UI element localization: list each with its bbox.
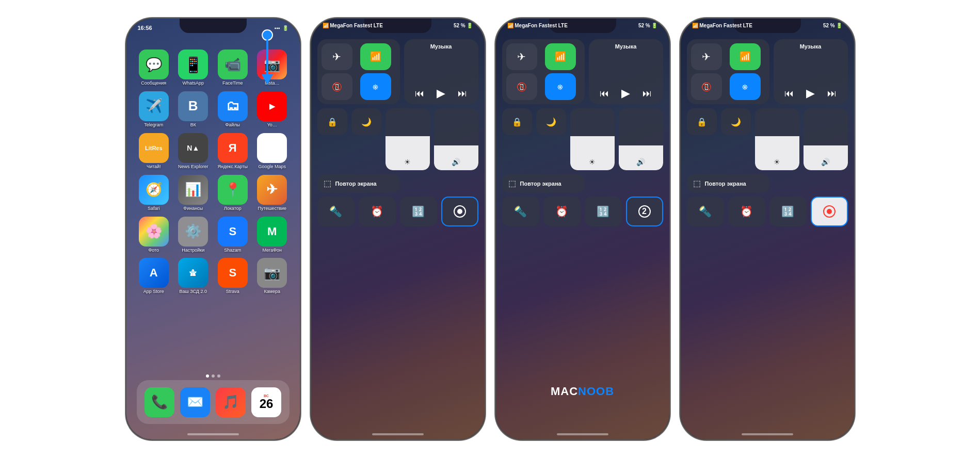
bluetooth-btn-4[interactable]: ⎈ [730,73,761,100]
mirror-label-3: Повтор экрана [520,181,561,187]
time-display: 16:56 [138,25,152,31]
wifi-btn-3[interactable]: 📶 [545,43,576,70]
app-messages[interactable]: 💬 Сообщения [137,50,171,86]
app-telegram[interactable]: ✈️ Telegram [137,91,171,128]
calculator-btn-4[interactable]: 🔢 [769,197,807,226]
screen-record-btn-4[interactable] [811,197,848,226]
volume-slider-4[interactable]: 🔊 [804,108,848,170]
volume-slider-3[interactable]: 🔊 [619,108,663,170]
app-megafon[interactable]: M МегаФон [255,217,290,253]
battery-2: 52 % 🔋 [454,23,473,28]
prev-btn-3[interactable]: ⏮ [600,88,609,99]
play-btn-4[interactable]: ▶ [806,87,815,100]
alarm-btn-3[interactable]: ⏰ [543,197,581,226]
screen-record-btn-3[interactable]: 2 [626,197,663,226]
app-news[interactable]: N▲ News Explorer [176,133,211,170]
rotation-lock-btn-2[interactable]: 🔒 [317,108,347,135]
airplane-btn-4[interactable]: ✈ [691,43,722,70]
flashlight-btn-2[interactable]: 🔦 [317,197,355,226]
do-not-disturb-btn-3[interactable]: 🌙 [536,108,566,135]
app-vas[interactable]: 🛣 Ваш ЗСД 2.0 [176,258,211,295]
app-settings[interactable]: ⚙️ Настройки [176,217,211,253]
airplane-btn-2[interactable]: ✈ [322,43,352,70]
app-locator[interactable]: 📍 Локатор [216,175,250,211]
brightness-slider-4[interactable]: ☀ [755,108,799,170]
app-vk[interactable]: В ВК [176,91,211,128]
home-indicator-4 [742,433,793,435]
flashlight-btn-4[interactable]: 🔦 [687,197,724,226]
app-files[interactable]: 🗂 Файлы [216,91,250,128]
app-litres[interactable]: LitRes Читай! [137,133,171,170]
cc-middle-2: 🔒 🌙 ☀ 🔊 [317,108,478,170]
rotation-lock-btn-3[interactable]: 🔒 [502,108,532,135]
app-strava[interactable]: S Strava [216,258,250,295]
screen-mirror-row-2: ⬚ Повтор экрана [317,174,478,192]
app-shazam[interactable]: S Shazam [216,217,250,253]
bluetooth-btn-2[interactable]: ⎈ [360,73,391,100]
app-gmaps[interactable]: 🗺 Google Maps [255,133,290,170]
app-appstore[interactable]: A App Store [137,258,171,295]
app-travel[interactable]: ✈ Путешествие [255,175,290,211]
alarm-btn-2[interactable]: ⏰ [359,197,396,226]
litres-label: Читай! [147,165,161,170]
carrier-2: 📶 MegaFon Fastest LTE [323,23,383,28]
messages-label: Сообщения [141,81,166,86]
play-btn-2[interactable]: ▶ [437,87,445,100]
app-youtube[interactable]: ▶ Yo… [255,91,290,128]
prev-btn-2[interactable]: ⏮ [415,88,424,99]
cc-status-3: 📶 MegaFon Fastest LTE 52 % 🔋 [496,23,669,28]
cc-bottom-4: 🔦 ⏰ 🔢 [687,197,848,226]
calculator-btn-3[interactable]: 🔢 [585,197,622,226]
do-not-disturb-btn-4[interactable]: 🌙 [721,108,751,135]
mirror-icon-3: ⬚ [508,178,516,188]
flashlight-btn-3[interactable]: 🔦 [502,197,539,226]
wifi-btn-4[interactable]: 📶 [730,43,761,70]
svg-point-0 [262,30,272,40]
cc-connectivity-2: ✈ 📶 📵 ⎈ [317,39,400,104]
alarm-btn-4[interactable]: ⏰ [728,197,765,226]
brightness-slider-3[interactable]: ☀ [570,108,615,170]
app-safari[interactable]: 🧭 Safari [137,175,171,211]
airplane-btn-3[interactable]: ✈ [506,43,537,70]
screen-record-btn-2[interactable] [441,197,478,226]
screen-mirror-btn-3[interactable]: ⬚ Повтор экрана [502,174,585,192]
app-whatsapp[interactable]: 📱 WhatsApp [176,50,211,86]
dot-2 [212,374,215,378]
screen-mirror-btn-4[interactable]: ⬚ Повтор экрана [687,174,769,192]
cellular-off-btn-4[interactable]: 📵 [691,73,722,100]
dock-mail[interactable]: ✉️ [180,387,210,417]
app-camera[interactable]: 📷 Камера [255,258,290,295]
next-btn-2[interactable]: ⏭ [458,88,467,99]
volume-icon-3: 🔊 [636,158,645,166]
brightness-slider-2[interactable]: ☀ [385,108,430,170]
volume-slider-2[interactable]: 🔊 [434,108,478,170]
yandex-icon: Я [218,133,248,163]
app-photos[interactable]: 🌸 Фото [137,217,171,253]
vk-label: ВК [190,123,196,128]
app-facetime[interactable]: 📹 FaceTime [216,50,250,86]
prev-btn-4[interactable]: ⏮ [784,88,794,99]
dock-music[interactable]: 🎵 [216,387,246,417]
gmaps-icon: 🗺 [257,133,287,163]
bluetooth-btn-3[interactable]: ⎈ [545,73,576,100]
rotation-lock-btn-4[interactable]: 🔒 [687,108,717,135]
do-not-disturb-btn-2[interactable]: 🌙 [351,108,381,135]
vas-icon: 🛣 [178,258,208,288]
home-indicator-2 [372,433,424,435]
screen-mirror-btn-2[interactable]: ⬚ Повтор экрана [317,174,400,192]
next-btn-4[interactable]: ⏭ [827,88,837,99]
next-btn-3[interactable]: ⏭ [642,88,652,99]
cellular-off-btn-2[interactable]: 📵 [322,73,352,100]
mirror-label-4: Повтор экрана [705,181,746,187]
wifi-btn-2[interactable]: 📶 [360,43,391,70]
dock-phone[interactable]: 📞 [144,387,174,417]
finance-icon: 📊 [178,175,208,205]
megafon-label: МегаФон [262,248,282,253]
app-finance[interactable]: 📊 Финансы [176,175,211,211]
cellular-off-btn-3[interactable]: 📵 [506,73,537,100]
app-yandex[interactable]: Я Яндекс.Карты [216,133,250,170]
calculator-btn-2[interactable]: 🔢 [400,197,437,226]
cc-music-4: Музыка ⏮ ▶ ⏭ [774,39,848,104]
play-btn-3[interactable]: ▶ [621,87,630,100]
dock-calendar[interactable]: Вс 26 [251,387,281,417]
